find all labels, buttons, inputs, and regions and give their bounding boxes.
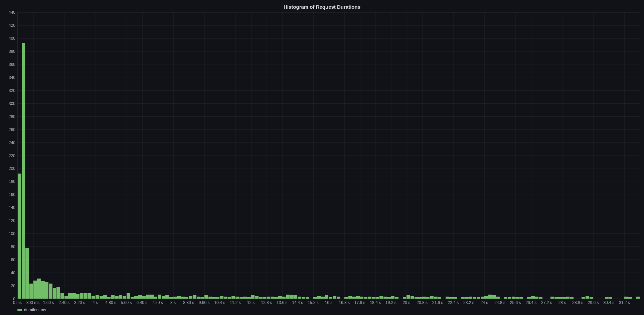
histogram-bar[interactable] [231,296,235,299]
histogram-bar[interactable] [162,296,166,299]
gridline-vertical [189,12,189,299]
gridline-vertical [96,12,96,299]
histogram-bar[interactable] [68,293,72,299]
histogram-bar[interactable] [119,295,123,299]
histogram-bar[interactable] [18,174,22,299]
histogram-bar[interactable] [294,295,298,299]
x-tick: 8 s [170,300,176,305]
histogram-bar[interactable] [492,295,496,299]
plot-area[interactable] [17,12,640,299]
histogram-bar[interactable] [204,295,208,299]
y-tick: 40 [11,271,15,275]
histogram-bar[interactable] [150,295,154,299]
x-tick: 30.4 s [603,300,614,305]
histogram-bar[interactable] [411,296,415,299]
y-tick: 80 [11,244,15,249]
x-tick: 3.20 s [74,300,85,305]
y-tick: 380 [9,49,15,54]
histogram-bar[interactable] [531,296,535,299]
histogram-bar[interactable] [64,296,68,299]
y-tick: 20 [11,284,15,288]
histogram-bar[interactable] [255,296,259,299]
histogram-bar[interactable] [142,296,146,299]
histogram-bar[interactable] [290,295,294,299]
x-tick: 8.80 s [183,300,194,305]
histogram-bar[interactable] [333,296,337,299]
histogram-bar[interactable] [92,296,96,299]
histogram-bar[interactable] [37,279,41,299]
y-tick: 400 [9,36,15,41]
histogram-bar[interactable] [158,295,162,299]
histogram-bar[interactable] [325,295,329,299]
histogram-bar[interactable] [251,295,255,299]
histogram-bar[interactable] [134,296,138,299]
histogram-bar[interactable] [96,295,100,299]
histogram-bar[interactable] [391,296,395,299]
histogram-bar[interactable] [484,296,488,299]
histogram-bar[interactable] [80,293,84,299]
histogram-bar[interactable] [84,293,88,299]
histogram-bar[interactable] [45,282,49,299]
histogram-bar[interactable] [177,296,181,299]
histogram-bar[interactable] [586,296,590,299]
histogram-bar[interactable] [115,296,119,299]
gridline-vertical [624,12,625,299]
x-tick: 18.4 s [370,300,381,305]
histogram-bar[interactable] [430,296,434,299]
x-tick: 0 ms [13,300,22,305]
histogram-bar[interactable] [56,287,60,299]
histogram-bar[interactable] [25,248,29,299]
histogram-bar[interactable] [407,295,411,299]
y-tick: 320 [9,88,15,93]
histogram-bar[interactable] [348,296,352,299]
legend[interactable]: duration_ms [17,306,640,312]
gridline-vertical [484,12,485,299]
gridline-vertical [204,12,205,299]
histogram-bar[interactable] [220,296,224,299]
histogram-bar[interactable] [127,293,131,299]
x-tick: 16 s [325,300,333,305]
histogram-bar[interactable] [53,288,57,299]
gridline-vertical [235,12,236,299]
histogram-bar[interactable] [88,293,92,299]
x-tick: 12.8 s [261,300,272,305]
gridline-vertical [158,12,158,299]
chart-area[interactable]: 0204060801001201401601802002202402602803… [4,12,640,312]
histogram-bar[interactable] [100,296,104,299]
gridline-vertical [298,12,298,299]
x-tick: 28 s [558,300,566,305]
histogram-bar[interactable] [379,296,383,299]
gridline-vertical [127,12,127,299]
histogram-bar[interactable] [189,296,193,299]
histogram-bar[interactable] [76,294,80,299]
histogram-bar[interactable] [278,296,282,299]
histogram-bar[interactable] [60,293,64,299]
x-tick: 24.8 s [494,300,505,305]
x-tick: 6.40 s [136,300,147,305]
gridline-vertical [391,12,391,299]
histogram-bar[interactable] [165,295,169,299]
gridline-vertical [80,12,80,299]
histogram-bar[interactable] [111,295,115,299]
x-tick: 14.4 s [292,300,303,305]
histogram-bar[interactable] [488,295,492,299]
y-tick: 440 [9,10,15,15]
histogram-bar[interactable] [41,281,45,299]
gridline-vertical [547,12,547,299]
gridline-vertical [173,12,174,299]
x-tick: 4 s [93,300,98,305]
histogram-bar[interactable] [356,296,360,299]
histogram-bar[interactable] [123,296,127,299]
x-tick: 17.6 s [354,300,365,305]
histogram-bar[interactable] [193,295,197,299]
histogram-bar[interactable] [138,295,142,299]
histogram-bar[interactable] [103,295,107,299]
histogram-bar[interactable] [72,293,76,299]
chart-title: Histogram of Request Durations [4,3,640,12]
histogram-bar[interactable] [146,295,150,299]
histogram-bar[interactable] [33,281,37,299]
histogram-bar[interactable] [317,296,321,299]
x-tick: 5.60 s [121,300,132,305]
histogram-bar[interactable] [286,295,290,299]
histogram-bar[interactable] [22,43,26,299]
